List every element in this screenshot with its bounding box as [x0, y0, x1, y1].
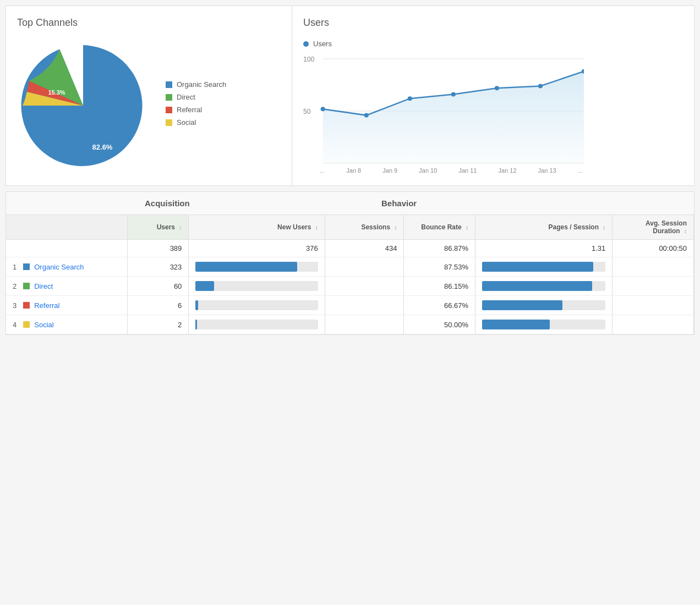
col-pages-session[interactable]: Pages / Session ↕: [475, 215, 612, 240]
users-legend-dot: [303, 41, 309, 47]
channel-link-4[interactable]: 4 Social: [13, 321, 121, 329]
users-1: 323: [128, 257, 189, 277]
group-headers: Acquisition Behavior: [6, 192, 694, 215]
users-legend: Users: [303, 40, 584, 48]
top-channels-panel: Top Channels 82.6% 15.3%: [6, 6, 292, 185]
totals-sessions: 434: [325, 240, 404, 257]
users-3: 6: [128, 296, 189, 315]
totals-bounce: 86.87%: [404, 240, 475, 257]
bounce-3: 66.67%: [404, 296, 475, 315]
referral-dot-icon: [23, 302, 30, 309]
direct-icon: [166, 94, 172, 101]
data-point-5: [538, 84, 543, 88]
new-users-bar-1: [189, 257, 325, 277]
pie-chart: 82.6% 15.3%: [17, 40, 149, 172]
table-row: 1 Organic Search 323 87.53%: [6, 257, 694, 277]
avg-4: [612, 315, 694, 334]
channel-cell-2: 2 Direct: [6, 277, 128, 296]
referral-icon: [166, 107, 172, 113]
social-icon: [166, 119, 172, 126]
organic-label: 82.6%: [92, 143, 113, 151]
x-label-2: Jan 9: [382, 167, 397, 174]
col-new-users[interactable]: New Users ↕: [189, 215, 325, 240]
sort-pages-icon: ↕: [603, 224, 605, 230]
avg-1: [612, 257, 694, 277]
data-point-2: [408, 96, 412, 101]
data-point-4: [495, 86, 499, 90]
line-chart-svg: 100 50: [303, 53, 584, 163]
channel-cell-1: 1 Organic Search: [6, 257, 128, 277]
direct-label: 15.3%: [48, 89, 65, 96]
svg-rect-2: [166, 107, 172, 113]
data-point-3: [451, 92, 456, 97]
svg-rect-0: [166, 81, 172, 88]
channel-link-1[interactable]: 1 Organic Search: [13, 263, 121, 271]
x-label-7: ...: [578, 167, 583, 174]
col-users[interactable]: Users ↓: [128, 215, 189, 240]
sort-avg-icon: ↕: [684, 228, 687, 234]
acquisition-header: Acquisition: [138, 199, 375, 208]
bounce-4: 50.00%: [404, 315, 475, 334]
totals-pages: 1.31: [475, 240, 612, 257]
svg-rect-3: [166, 119, 172, 126]
col-channel[interactable]: [6, 215, 128, 240]
totals-new-users: 376: [189, 240, 325, 257]
organic-icon: [166, 81, 172, 88]
new-users-bar-3: [189, 296, 325, 315]
table-row: 3 Referral 6 66.67%: [6, 296, 694, 315]
x-label-5: Jan 12: [499, 167, 517, 174]
totals-channel-cell: [6, 240, 128, 257]
pages-bar-1: [475, 257, 612, 277]
users-2: 60: [128, 277, 189, 296]
top-channels-title: Top Channels: [17, 17, 281, 29]
spacer: [6, 199, 138, 208]
users-title: Users: [303, 17, 584, 29]
table-row: 4 Social 2 50.00%: [6, 315, 694, 334]
line-chart: 100 50: [303, 53, 584, 174]
sort-users-icon: ↓: [179, 224, 182, 230]
users-legend-label: Users: [313, 40, 332, 48]
svg-rect-1: [166, 94, 172, 101]
data-point-1: [364, 113, 369, 118]
col-bounce-rate[interactable]: Bounce Rate ↕: [404, 215, 475, 240]
totals-avg: 00:00:50: [612, 240, 694, 257]
bounce-2: 86.15%: [404, 277, 475, 296]
sessions-3: [325, 296, 404, 315]
x-label-3: Jan 10: [419, 167, 437, 174]
x-label-1: Jan 8: [346, 167, 361, 174]
table-header-row: Users ↓ New Users ↕ Sessions ↕ Bounce Ra…: [6, 215, 694, 240]
bounce-1: 87.53%: [404, 257, 475, 277]
new-users-bar-2: [189, 277, 325, 296]
channel-link-3[interactable]: 3 Referral: [13, 301, 121, 310]
legend-direct: Direct: [166, 93, 226, 101]
pie-container: 82.6% 15.3% Organic Search Direct Referr…: [17, 40, 281, 172]
svg-text:50: 50: [303, 108, 311, 116]
col-avg-session[interactable]: Avg. Session Duration ↕: [612, 215, 694, 240]
avg-3: [612, 296, 694, 315]
channel-cell-3: 3 Referral: [6, 296, 128, 315]
sort-sessions-icon: ↕: [394, 224, 397, 230]
pages-bar-2: [475, 277, 612, 296]
svg-rect-10: [23, 263, 30, 270]
organic-dot-icon: [23, 263, 30, 270]
avg-2: [612, 277, 694, 296]
sort-newusers-icon: ↕: [315, 224, 318, 230]
pie-legend: Organic Search Direct Referral Social: [166, 80, 226, 131]
svg-rect-12: [23, 302, 30, 309]
pages-bar-3: [475, 296, 612, 315]
channel-link-2[interactable]: 2 Direct: [13, 282, 121, 290]
users-panel: Users Users 100 50: [292, 6, 595, 185]
social-dot-icon: [23, 321, 30, 328]
legend-referral: Referral: [166, 106, 226, 114]
sort-bounce-icon: ↕: [466, 224, 468, 230]
legend-organic: Organic Search: [166, 80, 226, 89]
channel-cell-4: 4 Social: [6, 315, 128, 334]
top-charts-section: Top Channels 82.6% 15.3%: [6, 6, 694, 186]
col-sessions[interactable]: Sessions ↕: [325, 215, 404, 240]
data-point-0: [321, 107, 325, 111]
legend-social: Social: [166, 118, 226, 127]
bottom-table-section: Acquisition Behavior Users ↓ New Users ↕…: [6, 191, 694, 335]
svg-rect-13: [23, 321, 30, 328]
svg-rect-11: [23, 283, 30, 289]
data-table: Users ↓ New Users ↕ Sessions ↕ Bounce Ra…: [6, 215, 694, 334]
